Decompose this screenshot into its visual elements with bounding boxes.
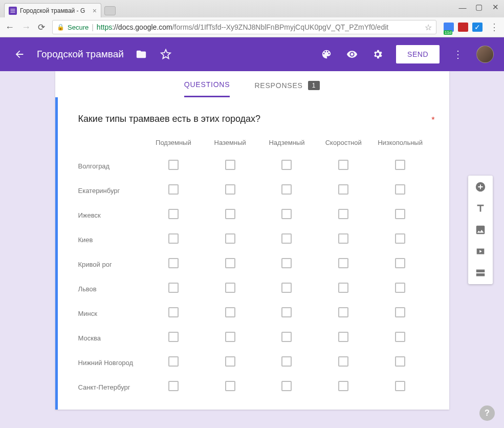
checkbox[interactable]	[395, 332, 405, 342]
checkbox[interactable]	[225, 258, 235, 268]
checkbox[interactable]	[338, 233, 348, 244]
more-menu-icon[interactable]: ⋮	[451, 47, 465, 61]
checkbox[interactable]	[168, 283, 179, 293]
checkbox[interactable]	[225, 381, 235, 391]
checkbox[interactable]	[338, 381, 348, 391]
row-label: Киев	[78, 227, 145, 252]
forward-button[interactable]: →	[21, 22, 31, 33]
checkbox[interactable]	[225, 184, 235, 195]
checkbox[interactable]	[395, 209, 405, 219]
checkbox[interactable]	[281, 283, 292, 293]
checkbox[interactable]	[281, 209, 292, 219]
add-title-icon[interactable]	[474, 202, 487, 215]
checkbox[interactable]	[168, 332, 179, 342]
maximize-icon[interactable]: ▢	[473, 2, 485, 12]
checkbox[interactable]	[395, 283, 405, 293]
checkbox[interactable]	[281, 184, 292, 195]
add-section-icon[interactable]	[474, 267, 487, 279]
checkbox[interactable]	[168, 184, 179, 195]
checkbox[interactable]	[168, 233, 179, 244]
checkbox[interactable]	[338, 283, 348, 293]
close-window-icon[interactable]: ✕	[490, 2, 501, 12]
new-tab-button[interactable]	[104, 6, 116, 15]
checkbox[interactable]	[168, 160, 179, 170]
tab-title: Городской трамвай - G	[20, 7, 90, 14]
avatar[interactable]	[476, 46, 494, 63]
checkbox[interactable]	[168, 209, 179, 219]
checkbox[interactable]	[395, 307, 405, 317]
add-video-icon[interactable]	[474, 245, 487, 258]
reload-button[interactable]: ⟳	[38, 22, 45, 33]
checkbox[interactable]	[395, 160, 405, 170]
bookmark-star-icon[interactable]: ☆	[425, 23, 432, 32]
checkbox[interactable]	[225, 332, 235, 342]
back-arrow-icon[interactable]	[12, 47, 27, 61]
checkbox[interactable]	[395, 381, 405, 391]
extension-icon[interactable]	[458, 23, 468, 32]
extension-icon[interactable]: ✓	[472, 23, 483, 32]
checkbox[interactable]	[225, 283, 235, 293]
checkbox[interactable]	[338, 307, 348, 317]
checkbox[interactable]	[225, 307, 235, 317]
checkbox[interactable]	[281, 356, 292, 367]
checkbox[interactable]	[225, 233, 235, 244]
checkbox[interactable]	[338, 356, 348, 367]
checkbox[interactable]	[281, 160, 292, 170]
grid-cell	[315, 301, 372, 326]
tab-responses[interactable]: RESPONSES 1	[254, 80, 320, 97]
preview-icon[interactable]	[345, 47, 359, 61]
grid-cell	[202, 227, 258, 252]
checkbox[interactable]	[395, 258, 405, 268]
grid-cell	[258, 178, 315, 203]
settings-icon[interactable]	[370, 47, 385, 61]
checkbox[interactable]	[168, 356, 179, 367]
grid-cell	[315, 276, 372, 301]
grid-row: Ижевск	[78, 203, 429, 227]
tab-close-icon[interactable]: ×	[93, 7, 97, 14]
checkbox[interactable]	[168, 258, 179, 268]
question-card[interactable]: Какие типы трамваев есть в этих городах?…	[55, 97, 449, 410]
add-question-icon[interactable]	[474, 181, 487, 193]
checkbox[interactable]	[281, 307, 292, 317]
grid-cell	[315, 154, 372, 178]
checkbox[interactable]	[338, 160, 348, 170]
browser-tab[interactable]: Городской трамвай - G ×	[4, 3, 101, 17]
checkbox[interactable]	[338, 332, 348, 342]
tab-questions[interactable]: QUESTIONS	[184, 80, 230, 97]
checkbox[interactable]	[281, 233, 292, 244]
omnibox[interactable]: 🔒 Secure | https://docs.google.com/forms…	[52, 20, 436, 34]
checkbox[interactable]	[338, 184, 348, 195]
minimize-icon[interactable]: —	[457, 2, 468, 12]
checkbox[interactable]	[338, 209, 348, 219]
checkbox[interactable]	[395, 233, 405, 244]
extension-icon[interactable]	[444, 23, 454, 32]
checkbox[interactable]	[281, 258, 292, 268]
back-button[interactable]: ←	[5, 22, 14, 33]
checkbox[interactable]	[225, 209, 235, 219]
column-header: Подземный	[145, 139, 202, 154]
checkbox[interactable]	[338, 258, 348, 268]
chrome-menu-icon[interactable]: ⋮	[490, 22, 499, 33]
grid-row: Киев	[78, 227, 429, 252]
send-button[interactable]: SEND	[396, 45, 440, 63]
checkbox[interactable]	[225, 160, 235, 170]
separator: |	[92, 23, 94, 31]
form-title[interactable]: Городской трамвай	[37, 49, 124, 60]
checkbox[interactable]	[168, 381, 179, 391]
checkbox[interactable]	[395, 184, 405, 195]
grid-cell	[202, 252, 258, 276]
grid-cell	[372, 301, 429, 326]
checkbox[interactable]	[395, 356, 405, 367]
checkbox[interactable]	[168, 307, 179, 317]
checkbox[interactable]	[281, 381, 292, 391]
folder-icon[interactable]	[134, 47, 148, 61]
help-button[interactable]: ?	[479, 405, 495, 421]
checkbox[interactable]	[225, 356, 235, 367]
lock-icon: 🔒	[57, 24, 64, 31]
palette-icon[interactable]	[319, 47, 334, 61]
checkbox[interactable]	[281, 332, 292, 342]
add-image-icon[interactable]	[474, 224, 487, 236]
question-title[interactable]: Какие типы трамваев есть в этих городах?	[78, 114, 429, 124]
star-icon[interactable]	[159, 47, 173, 61]
window-controls: — ▢ ✕	[457, 2, 501, 12]
